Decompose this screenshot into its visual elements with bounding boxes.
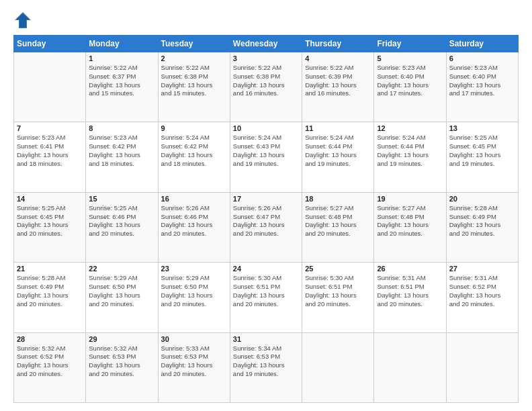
calendar-cell: 31Sunrise: 5:34 AMSunset: 6:53 PMDayligh… <box>230 332 302 402</box>
day-number: 9 <box>161 124 227 132</box>
calendar-cell: 11Sunrise: 5:24 AMSunset: 6:44 PMDayligh… <box>302 122 374 192</box>
calendar-cell: 27Sunrise: 5:31 AMSunset: 6:52 PMDayligh… <box>446 263 518 332</box>
day-number: 28 <box>17 335 83 343</box>
calendar-cell: 8Sunrise: 5:23 AMSunset: 6:42 PMDaylight… <box>86 122 158 192</box>
day-number: 31 <box>233 335 299 343</box>
calendar-cell: 21Sunrise: 5:28 AMSunset: 6:49 PMDayligh… <box>14 263 86 332</box>
weekday-header-saturday: Saturday <box>446 36 518 52</box>
calendar-cell: 25Sunrise: 5:30 AMSunset: 6:51 PMDayligh… <box>302 263 374 332</box>
day-number: 18 <box>305 195 371 203</box>
day-number: 26 <box>377 265 443 273</box>
day-number: 21 <box>17 265 83 273</box>
svg-marker-1 <box>16 13 30 28</box>
day-info: Sunrise: 5:34 AMSunset: 6:53 PMDaylight:… <box>233 345 299 379</box>
day-info: Sunrise: 5:31 AMSunset: 6:51 PMDaylight:… <box>377 274 443 308</box>
day-info: Sunrise: 5:28 AMSunset: 6:49 PMDaylight:… <box>449 204 515 238</box>
calendar-cell: 22Sunrise: 5:29 AMSunset: 6:50 PMDayligh… <box>86 263 158 332</box>
calendar-cell: 10Sunrise: 5:24 AMSunset: 6:43 PMDayligh… <box>230 122 302 192</box>
day-number: 11 <box>305 124 371 132</box>
day-number: 13 <box>449 124 515 132</box>
day-number: 1 <box>89 54 154 62</box>
day-info: Sunrise: 5:29 AMSunset: 6:50 PMDaylight:… <box>161 274 227 308</box>
calendar-cell: 7Sunrise: 5:23 AMSunset: 6:41 PMDaylight… <box>14 122 86 192</box>
day-number: 22 <box>89 265 154 273</box>
header <box>13 11 519 30</box>
calendar-cell: 29Sunrise: 5:32 AMSunset: 6:53 PMDayligh… <box>86 332 158 402</box>
weekday-header-wednesday: Wednesday <box>230 36 302 52</box>
day-info: Sunrise: 5:28 AMSunset: 6:49 PMDaylight:… <box>17 274 83 308</box>
day-number: 3 <box>233 54 299 62</box>
day-number: 17 <box>233 195 299 203</box>
weekday-header-thursday: Thursday <box>302 36 374 52</box>
day-number: 25 <box>305 265 371 273</box>
day-info: Sunrise: 5:25 AMSunset: 6:46 PMDaylight:… <box>89 204 154 238</box>
calendar-cell: 26Sunrise: 5:31 AMSunset: 6:51 PMDayligh… <box>374 263 446 332</box>
day-number: 12 <box>377 124 443 132</box>
calendar-cell: 20Sunrise: 5:28 AMSunset: 6:49 PMDayligh… <box>446 192 518 262</box>
day-info: Sunrise: 5:30 AMSunset: 6:51 PMDaylight:… <box>305 274 371 308</box>
weekday-header-sunday: Sunday <box>14 36 86 52</box>
day-info: Sunrise: 5:30 AMSunset: 6:51 PMDaylight:… <box>233 274 299 308</box>
day-number: 5 <box>377 54 443 62</box>
calendar-cell: 5Sunrise: 5:23 AMSunset: 6:40 PMDaylight… <box>374 52 446 122</box>
day-info: Sunrise: 5:25 AMSunset: 6:45 PMDaylight:… <box>17 204 83 238</box>
week-row-3: 14Sunrise: 5:25 AMSunset: 6:45 PMDayligh… <box>14 192 519 262</box>
day-info: Sunrise: 5:24 AMSunset: 6:43 PMDaylight:… <box>233 134 299 168</box>
day-info: Sunrise: 5:27 AMSunset: 6:48 PMDaylight:… <box>305 204 371 238</box>
calendar-cell: 1Sunrise: 5:22 AMSunset: 6:37 PMDaylight… <box>86 52 158 122</box>
day-info: Sunrise: 5:27 AMSunset: 6:48 PMDaylight:… <box>377 204 443 238</box>
day-info: Sunrise: 5:32 AMSunset: 6:53 PMDaylight:… <box>89 345 154 379</box>
day-info: Sunrise: 5:22 AMSunset: 6:39 PMDaylight:… <box>305 64 371 98</box>
day-number: 14 <box>17 195 83 203</box>
week-row-5: 28Sunrise: 5:32 AMSunset: 6:52 PMDayligh… <box>14 332 519 402</box>
calendar-cell: 2Sunrise: 5:22 AMSunset: 6:38 PMDaylight… <box>158 52 230 122</box>
calendar-cell: 9Sunrise: 5:24 AMSunset: 6:42 PMDaylight… <box>158 122 230 192</box>
week-row-4: 21Sunrise: 5:28 AMSunset: 6:49 PMDayligh… <box>14 263 519 332</box>
day-info: Sunrise: 5:24 AMSunset: 6:42 PMDaylight:… <box>161 134 227 168</box>
day-number: 15 <box>89 195 154 203</box>
calendar-cell: 4Sunrise: 5:22 AMSunset: 6:39 PMDaylight… <box>302 52 374 122</box>
calendar-cell: 18Sunrise: 5:27 AMSunset: 6:48 PMDayligh… <box>302 192 374 262</box>
day-info: Sunrise: 5:24 AMSunset: 6:44 PMDaylight:… <box>377 134 443 168</box>
weekday-header-row: SundayMondayTuesdayWednesdayThursdayFrid… <box>14 36 519 52</box>
calendar-cell: 28Sunrise: 5:32 AMSunset: 6:52 PMDayligh… <box>14 332 86 402</box>
calendar-cell: 17Sunrise: 5:26 AMSunset: 6:47 PMDayligh… <box>230 192 302 262</box>
day-info: Sunrise: 5:23 AMSunset: 6:40 PMDaylight:… <box>377 64 443 98</box>
day-number: 24 <box>233 265 299 273</box>
logo <box>13 11 35 30</box>
day-info: Sunrise: 5:22 AMSunset: 6:38 PMDaylight:… <box>233 64 299 98</box>
day-number: 8 <box>89 124 154 132</box>
day-info: Sunrise: 5:26 AMSunset: 6:47 PMDaylight:… <box>233 204 299 238</box>
day-info: Sunrise: 5:23 AMSunset: 6:42 PMDaylight:… <box>89 134 154 168</box>
day-info: Sunrise: 5:24 AMSunset: 6:44 PMDaylight:… <box>305 134 371 168</box>
day-number: 30 <box>161 335 227 343</box>
day-info: Sunrise: 5:29 AMSunset: 6:50 PMDaylight:… <box>89 274 154 308</box>
day-info: Sunrise: 5:31 AMSunset: 6:52 PMDaylight:… <box>449 274 515 308</box>
day-number: 7 <box>17 124 83 132</box>
calendar-cell: 6Sunrise: 5:23 AMSunset: 6:40 PMDaylight… <box>446 52 518 122</box>
calendar-cell: 16Sunrise: 5:26 AMSunset: 6:46 PMDayligh… <box>158 192 230 262</box>
calendar-cell <box>302 332 374 402</box>
calendar-cell: 30Sunrise: 5:33 AMSunset: 6:53 PMDayligh… <box>158 332 230 402</box>
weekday-header-friday: Friday <box>374 36 446 52</box>
calendar-table: SundayMondayTuesdayWednesdayThursdayFrid… <box>13 35 519 403</box>
calendar-cell: 3Sunrise: 5:22 AMSunset: 6:38 PMDaylight… <box>230 52 302 122</box>
day-info: Sunrise: 5:22 AMSunset: 6:37 PMDaylight:… <box>89 64 154 98</box>
day-info: Sunrise: 5:23 AMSunset: 6:40 PMDaylight:… <box>449 64 515 98</box>
calendar-cell: 14Sunrise: 5:25 AMSunset: 6:45 PMDayligh… <box>14 192 86 262</box>
day-number: 10 <box>233 124 299 132</box>
calendar-cell <box>14 52 86 122</box>
weekday-header-tuesday: Tuesday <box>158 36 230 52</box>
day-info: Sunrise: 5:26 AMSunset: 6:46 PMDaylight:… <box>161 204 227 238</box>
day-number: 4 <box>305 54 371 62</box>
calendar-cell <box>446 332 518 402</box>
day-info: Sunrise: 5:32 AMSunset: 6:52 PMDaylight:… <box>17 345 83 379</box>
calendar-cell: 23Sunrise: 5:29 AMSunset: 6:50 PMDayligh… <box>158 263 230 332</box>
calendar-page: SundayMondayTuesdayWednesdayThursdayFrid… <box>0 0 532 411</box>
day-number: 2 <box>161 54 227 62</box>
calendar-cell: 15Sunrise: 5:25 AMSunset: 6:46 PMDayligh… <box>86 192 158 262</box>
week-row-1: 1Sunrise: 5:22 AMSunset: 6:37 PMDaylight… <box>14 52 519 122</box>
day-number: 6 <box>449 54 515 62</box>
calendar-cell: 19Sunrise: 5:27 AMSunset: 6:48 PMDayligh… <box>374 192 446 262</box>
day-info: Sunrise: 5:33 AMSunset: 6:53 PMDaylight:… <box>161 345 227 379</box>
